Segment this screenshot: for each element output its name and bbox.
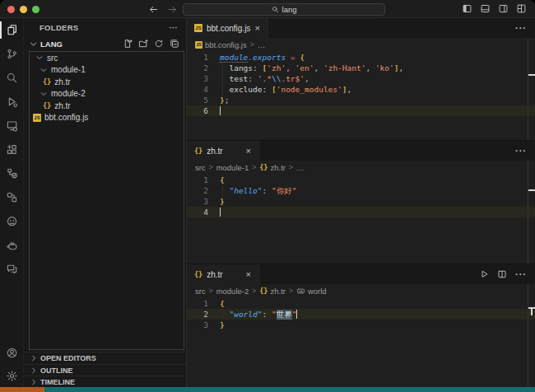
braces-file-icon: {} — [259, 287, 268, 295]
code-line[interactable]: 2 "world": "世界" — [187, 309, 535, 320]
tree-item-folder-src[interactable]: src — [30, 52, 184, 64]
close-tab-icon[interactable]: × — [254, 24, 259, 33]
code-line[interactable]: 2 "hello": "你好" — [187, 185, 535, 196]
breadcrumb-item[interactable]: … — [296, 163, 305, 172]
breadcrumb-item[interactable]: JSbbt.config.js — [195, 40, 247, 49]
collapse-all-icon[interactable] — [170, 39, 179, 49]
code-token: exports — [253, 53, 286, 62]
minimize-window-button[interactable] — [20, 6, 27, 13]
more-actions-icon[interactable]: ··· — [170, 23, 178, 32]
line-number: 4 — [187, 84, 208, 95]
activity-run-and-debug[interactable] — [0, 90, 23, 114]
breadcrumb-item[interactable]: src — [195, 163, 206, 172]
remote-indicator[interactable] — [0, 387, 44, 392]
code-line[interactable]: 1{ — [187, 298, 535, 309]
breadcrumb: src>module-2>{}zh.tr>world — [187, 284, 535, 297]
back-icon[interactable] — [148, 4, 159, 15]
activity-search[interactable] — [0, 66, 23, 90]
breadcrumb-item[interactable]: world — [296, 287, 327, 296]
breadcrumb-separator: > — [209, 163, 213, 171]
code-line[interactable]: 3 test: '.*\\.tr$', — [187, 73, 535, 84]
forward-icon[interactable] — [167, 4, 178, 15]
sidebar: FOLDERS ··· LANG srcmodule-1{}zh.trmodul… — [24, 18, 187, 387]
activity-testing[interactable] — [0, 161, 23, 185]
more-actions-icon[interactable]: ··· — [515, 269, 527, 279]
panel-right-icon[interactable] — [498, 3, 509, 14]
code-line[interactable]: 4 exclude: ['node_modules'], — [187, 84, 535, 95]
activity-remote-explorer[interactable] — [0, 114, 23, 138]
zoom-window-button[interactable] — [32, 6, 40, 13]
breadcrumb-item[interactable]: src — [195, 287, 206, 296]
breadcrumb-item[interactable]: {}zh.tr — [259, 287, 286, 296]
line-content: module.exports = { — [208, 52, 305, 63]
activity-extensions[interactable] — [0, 138, 23, 161]
sidebar-panel-open-editors[interactable]: OPEN EDITORS — [24, 352, 186, 364]
more-actions-icon[interactable]: ··· — [515, 146, 527, 156]
more-actions-icon[interactable]: ··· — [515, 23, 527, 33]
activity-source-control[interactable] — [0, 42, 23, 66]
panel-bottom-icon[interactable] — [480, 3, 491, 14]
code-line[interactable]: 3} — [187, 196, 535, 207]
refresh-icon[interactable] — [154, 39, 164, 49]
line-content: { — [208, 175, 225, 185]
panel-label: OPEN EDITORS — [40, 354, 96, 362]
split-editor-icon[interactable] — [497, 269, 507, 279]
tree-item-file-bbt.config.js[interactable]: JSbbt.config.js — [30, 112, 184, 124]
code-line[interactable]: 4 — [187, 207, 535, 217]
tree-item-folder-module-2[interactable]: module-2 — [30, 88, 184, 100]
close-window-button[interactable] — [7, 6, 15, 13]
code-token: { — [220, 175, 225, 184]
code-editor[interactable]: 1module.exports = {2 langs: ['zh', 'en',… — [187, 51, 535, 116]
titlebar: lang — [0, 0, 535, 18]
layout-icon[interactable] — [516, 3, 527, 14]
history-nav — [148, 2, 178, 16]
activity-explorer[interactable] — [0, 18, 23, 42]
activity-references[interactable] — [0, 185, 23, 209]
command-center-search[interactable]: lang — [183, 3, 385, 16]
new-file-icon[interactable] — [123, 39, 133, 49]
new-folder-icon[interactable] — [138, 39, 148, 49]
tree-item-file-zh.tr[interactable]: {}zh.tr — [30, 76, 184, 88]
tab-bbt.config.js[interactable]: JSbbt.config.js× — [187, 18, 268, 38]
overview-ruler[interactable] — [528, 284, 535, 387]
javascript-file-icon: JS — [195, 41, 202, 49]
code-editor[interactable]: 1{2 "world": "世界"3} — [187, 297, 535, 330]
activity-accounts[interactable] — [0, 341, 23, 364]
tab-zh.tr[interactable]: {}zh.tr× — [187, 264, 259, 284]
run-icon[interactable] — [479, 269, 489, 279]
code-line[interactable]: 1{ — [187, 175, 535, 185]
breadcrumb-item[interactable]: module-2 — [216, 287, 249, 296]
tab-label: bbt.config.js — [207, 24, 250, 33]
code-line[interactable]: 3} — [187, 320, 535, 330]
code-line[interactable]: 2 langs: ['zh', 'en', 'zh-Hant', 'ko'], — [187, 63, 535, 73]
activity-settings[interactable] — [0, 364, 23, 387]
tree-item-file-zh.tr[interactable]: {}zh.tr — [30, 100, 184, 112]
activity-copilot[interactable] — [0, 209, 23, 233]
breadcrumb-item[interactable]: {}zh.tr — [259, 163, 286, 172]
code-editor[interactable]: 1{2 "hello": "你好"3}4 — [187, 174, 535, 217]
overview-ruler[interactable] — [528, 161, 535, 264]
tree-item-folder-module-1[interactable]: module-1 — [30, 64, 184, 77]
line-number: 3 — [187, 196, 208, 207]
close-tab-icon[interactable]: × — [246, 270, 251, 279]
close-tab-icon[interactable]: × — [246, 147, 251, 156]
ruler-marker — [531, 309, 533, 315]
code-line[interactable]: 6 — [187, 105, 535, 116]
sidebar-panel-timeline[interactable]: TIMELINE — [24, 376, 186, 387]
activity-gitea[interactable] — [0, 233, 23, 257]
panel-left-icon[interactable] — [462, 3, 472, 14]
code-token: "world" — [229, 310, 262, 319]
overview-ruler[interactable] — [528, 38, 535, 140]
folder-section-header[interactable]: LANG — [24, 36, 186, 51]
code-line[interactable]: 1module.exports = { — [187, 52, 535, 63]
breadcrumb-item[interactable]: … — [258, 40, 266, 49]
chevron-right-icon — [30, 366, 38, 375]
code-line[interactable]: 5}; — [187, 95, 535, 105]
breadcrumb-item[interactable]: module-1 — [216, 163, 249, 172]
activity-chat[interactable] — [0, 257, 23, 281]
text-cursor — [220, 208, 221, 217]
view-actions — [123, 39, 179, 49]
tab-zh.tr[interactable]: {}zh.tr× — [187, 141, 259, 161]
sidebar-panel-outline[interactable]: OUTLINE — [24, 364, 186, 376]
code-token: , — [286, 63, 295, 72]
